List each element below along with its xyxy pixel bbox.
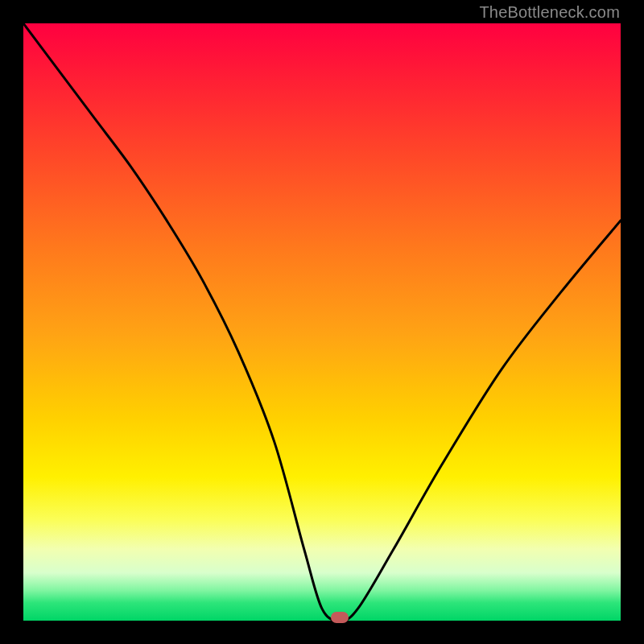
plot-area [23,23,621,621]
chart-frame: TheBottleneck.com [0,0,644,644]
bottleneck-curve [23,23,621,621]
optimal-point-marker [331,612,349,623]
watermark-text: TheBottleneck.com [479,3,620,22]
